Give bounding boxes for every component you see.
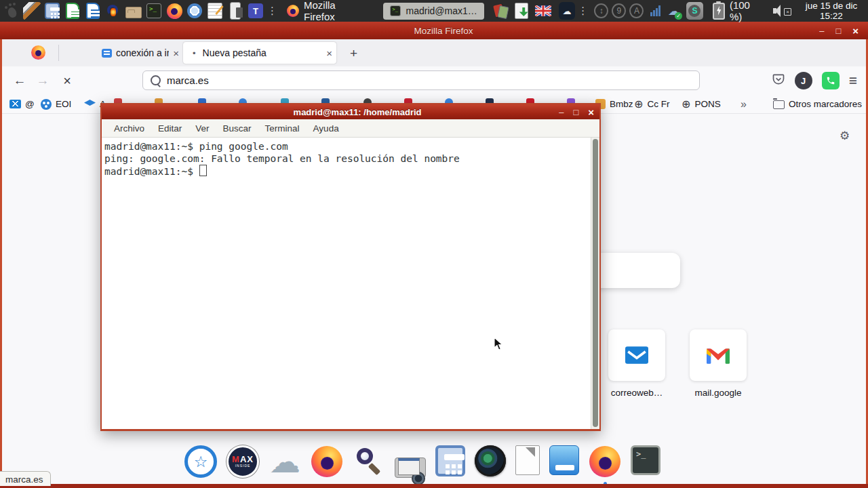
chromium-icon[interactable] [186,2,203,20]
terminal-titlebar[interactable]: madrid@max11: /home/madrid – □ × [102,104,599,119]
clock[interactable]: jue 15 de dic 15:22 [800,1,863,21]
task-button[interactable]: >_ madrid@max1… [383,3,484,20]
url-bar[interactable]: marca.es [142,70,700,90]
tray-badge-updown[interactable]: ↕ [594,3,608,18]
pocket-icon[interactable] [772,73,785,89]
menu-terminal[interactable]: Terminal [258,123,307,134]
tray-badge-a[interactable]: A [629,3,644,18]
tray-overflow-icon[interactable]: ⋮ [578,7,588,14]
envelope-icon [625,346,648,364]
terminal-maximize-button[interactable]: □ [573,108,578,117]
download-tray-icon[interactable] [513,2,530,20]
shortcut-correoweb[interactable] [608,329,665,381]
network-signal-icon[interactable] [650,5,660,16]
tray-badge-9[interactable]: 9 [612,3,626,18]
dock-firefox2-icon[interactable] [589,445,621,478]
window-border-bottom [0,484,868,488]
menu-editar[interactable]: Editar [151,123,189,134]
new-tab-button[interactable]: + [344,44,363,62]
dock-max-inside-icon[interactable]: MAX INSIDE [226,445,259,478]
terminal-icon[interactable]: >_ [145,2,163,20]
calculator-icon[interactable] [43,2,61,20]
notes-icon[interactable] [206,2,224,20]
dock-file-window-icon[interactable] [549,445,579,475]
gmail-icon [707,346,730,364]
bookmark-correo[interactable]: @ [9,95,35,113]
menu-ayuda[interactable]: Ayuda [307,123,346,134]
sync-status-icon[interactable]: S [686,2,703,20]
battery-icon[interactable] [713,3,725,20]
dock-firefox-icon[interactable] [311,445,343,478]
bookmark-eoi[interactable]: EOI [41,95,71,113]
menu-ver[interactable]: Ver [189,123,216,134]
tab-bar: conexión a internet - Foro × • Nueva pes… [0,39,868,66]
terminal-window[interactable]: madrid@max11: /home/madrid – □ × Archivo… [100,103,601,431]
globe-icon: ⊕ [682,99,690,110]
tab-conexion[interactable]: conexión a internet - Foro × [95,42,186,64]
forward-button[interactable]: → [33,70,53,91]
terminal-title: madrid@max11: /home/madrid [156,107,559,117]
file-manager-icon[interactable] [125,2,142,20]
firefox-minimize-button[interactable]: – [819,26,824,35]
status-tooltip: marca.es [0,471,51,486]
max-badge-label: MAX [232,455,254,464]
whatsapp-extension-icon[interactable] [822,72,840,89]
firefox-maximize-button[interactable]: □ [835,26,841,35]
shortcut-label: correoweb… [596,388,677,398]
scrollbar-thumb[interactable] [593,139,598,427]
tab-close-button[interactable]: × [322,47,336,59]
forum-chat-icon [102,49,112,58]
folder-icon [773,100,785,109]
volume-muted-icon[interactable]: × [773,5,792,17]
dock-search-icon[interactable] [353,445,385,478]
bookmarks-overflow-button[interactable]: » [741,95,747,113]
dock-libreoffice-icon[interactable] [515,445,540,475]
tab-separator [58,45,59,61]
stop-button[interactable]: × [57,70,77,91]
tab-label: Nueva pestaña [203,47,323,58]
cloud-sync-icon[interactable]: ☁✓ [666,4,682,18]
tab-nueva-pestana[interactable]: • Nueva pestaña × [183,42,336,64]
panel-overflow-icon[interactable]: ⋮ [267,7,277,14]
desktop: >_ T ⋮ Mozilla Firefox >_ madrid@max1… ☁… [0,0,868,488]
menu-archivo[interactable]: Archivo [107,123,151,134]
keyboard-layout-flag-icon[interactable] [534,2,552,20]
pdf-tray-icon[interactable] [492,2,510,20]
mouse-cursor [494,337,504,354]
window-border-left [0,39,2,484]
dock-calculator-icon[interactable] [435,445,465,476]
dock-screenshot-icon[interactable] [395,458,426,478]
audacity-icon[interactable] [104,2,122,20]
settings-gear-icon[interactable]: ⚙ [840,129,850,143]
dock-camera-lens-icon[interactable] [475,445,506,476]
bookmark-otros-folder[interactable]: Otros marcadores [773,95,862,113]
libreoffice-writer-icon[interactable] [84,2,102,20]
bookmark-bmbz[interactable]: Bmbz [595,95,633,113]
chevron-overflow-icon: » [741,98,747,110]
menu-buscar[interactable]: Buscar [216,123,258,134]
terminal-close-button[interactable]: × [588,108,594,117]
dock-terminal-icon[interactable]: >_ [631,445,660,475]
firefox-icon[interactable] [165,2,183,20]
dock-owncloud-icon[interactable]: ☁ [269,445,301,478]
tab-close-button[interactable]: × [169,47,183,59]
terminal-body[interactable]: madrid@max11:~$ ping google.com ping: go… [102,138,599,429]
bookmark-pons[interactable]: ⊕ PONS [682,95,721,113]
firefox-close-button[interactable]: × [852,26,859,35]
menu-button[interactable]: ≡ [849,73,857,89]
libreoffice-calc-icon[interactable] [64,2,81,20]
back-button[interactable]: ← [9,70,30,91]
phone-icon[interactable] [226,2,244,20]
firefox-corner-icon[interactable] [31,45,45,60]
dock-star-badge-icon[interactable]: ☆ [184,445,217,478]
bookmark-ccfr[interactable]: ⊕ Cc Fr [634,95,669,113]
account-avatar[interactable]: J [795,72,812,89]
shortcut-mail-google[interactable] [690,329,747,381]
tuxpaint-icon[interactable] [23,2,41,20]
owncloud-tray-icon[interactable]: ☁ [559,2,576,20]
terminal-minimize-button[interactable]: – [559,108,564,117]
terminal-scrollbar[interactable] [591,138,599,429]
teams-icon[interactable]: T [247,2,264,20]
gnome-icon[interactable] [3,2,20,20]
url-text: marca.es [167,75,209,86]
